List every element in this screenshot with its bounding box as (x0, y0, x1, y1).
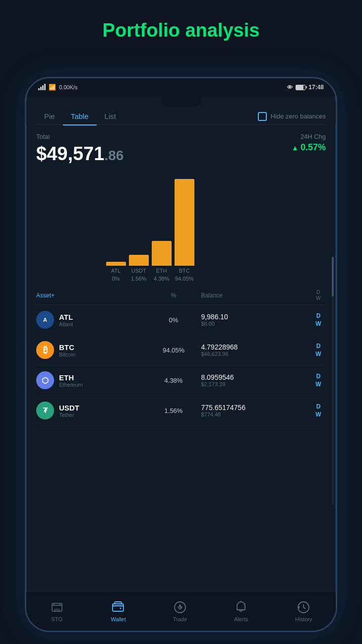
hide-zero-checkbox[interactable] (258, 112, 267, 121)
nav-label-history: History (295, 616, 312, 622)
alerts-icon (234, 600, 248, 614)
chg-label: 24H Chg (301, 133, 326, 140)
nav-item-alerts[interactable]: Alerts (234, 600, 248, 622)
bar-pct-atl: 0% (112, 276, 120, 282)
table-header: Asset+ % Balance DW (36, 287, 326, 305)
coin-icon-usdt: ₮ (36, 402, 54, 419)
withdraw-button-atl[interactable]: W (315, 320, 321, 327)
notch (161, 96, 201, 107)
nav-item-sto[interactable]: STO STO (50, 600, 64, 622)
bar-pct-btc: 94.05% (175, 276, 193, 282)
hide-zero-toggle[interactable]: Hide zero balances (258, 112, 326, 121)
withdraw-button-btc[interactable]: W (315, 351, 321, 357)
bar-pct-eth: 4.38% (154, 276, 169, 282)
chart-bar-btc: BTC 94.05% (175, 179, 194, 282)
eye-icon: 👁 (287, 84, 293, 90)
dw-buttons-eth: D W (311, 373, 326, 388)
table-row: ₮ USDT Tether 1.56% 775.65174756 $774.48… (36, 396, 326, 426)
dw-buttons-usdt: D W (311, 403, 326, 418)
bar-eth (152, 241, 172, 266)
coin-name-group-eth: ETH Ethereum (59, 373, 83, 388)
asset-pct-eth: 4.38% (146, 377, 201, 384)
coin-symbol-eth: ETH (59, 373, 83, 382)
tab-table[interactable]: Table (63, 108, 97, 124)
dw-buttons-atl: D W (311, 312, 326, 327)
balance-usd-usdt: $774.48 (201, 411, 311, 417)
dw-buttons-btc: D W (311, 343, 326, 357)
tab-pie[interactable]: Pie (36, 108, 63, 124)
coin-name-btc: Bitcoin (59, 351, 75, 357)
nav-label-trade: Trade (173, 616, 187, 622)
clock-time: 17:48 (308, 84, 324, 91)
asset-info-eth: ⬡ ETH Ethereum (36, 371, 146, 389)
scrollbar-thumb[interactable] (332, 257, 334, 296)
coin-symbol-btc: BTC (59, 343, 75, 351)
wallet-icon (112, 600, 125, 614)
deposit-button-btc[interactable]: D (316, 343, 321, 350)
coin-icon-atl: A (36, 311, 54, 329)
deposit-button-usdt[interactable]: D (316, 403, 321, 410)
network-speed: 0.00K/s (59, 84, 77, 90)
table-row: ⬡ ETH Ethereum 4.38% 8.0959546 $2,173.39… (36, 365, 326, 396)
history-icon (297, 600, 310, 614)
withdraw-button-usdt[interactable]: W (315, 411, 321, 418)
status-right: 👁 17:48 (287, 84, 324, 91)
total-row: Total 24H Chg (36, 133, 326, 140)
th-balance: Balance (201, 292, 311, 299)
tab-list[interactable]: List (97, 108, 124, 124)
nav-item-history[interactable]: History (295, 600, 312, 622)
bottom-nav: STO STO Wallet (26, 591, 336, 631)
asset-info-atl: A ATL Atlant (36, 311, 146, 329)
status-left: 📶 0.00K/s (38, 84, 77, 91)
coin-icon-btc: ₿ (36, 341, 54, 359)
chart-bar-eth: ETH 4.38% (152, 241, 172, 282)
asset-pct-btc: 94.05% (146, 347, 201, 354)
th-asset: Asset+ (36, 292, 146, 299)
coin-name-usdt: Tether (59, 412, 79, 418)
total-amount: $49,571.86 (36, 143, 123, 165)
coin-symbol-atl: ATL (59, 313, 73, 321)
bar-usdt (129, 255, 149, 266)
asset-balance-usdt: 775.65174756 $774.48 (201, 404, 311, 417)
chart-bar-usdt: USDT 1.56% (129, 255, 149, 282)
asset-info-btc: ₿ BTC Bitcoin (36, 341, 146, 359)
coin-name-atl: Atlant (59, 321, 73, 327)
nav-item-trade[interactable]: Trade (173, 600, 187, 622)
trade-icon (173, 600, 187, 614)
nav-label-alerts: Alerts (234, 616, 248, 622)
nav-item-wallet[interactable]: Wallet (111, 600, 126, 622)
withdraw-button-eth[interactable]: W (315, 381, 321, 388)
bar-label-atl: ATL (111, 268, 121, 274)
th-dw: DW (311, 290, 326, 301)
deposit-button-eth[interactable]: D (316, 373, 321, 380)
asset-balance-atl: 9,986.10 $0.00 (201, 313, 311, 327)
status-bar: 📶 0.00K/s 👁 17:48 (26, 78, 336, 96)
coin-name-group-btc: BTC Bitcoin (59, 343, 75, 357)
phone-frame: 📶 0.00K/s 👁 17:48 Pie Table List Hide ze… (25, 77, 337, 632)
table-row: ₿ BTC Bitcoin 94.05% 4.79228968 $46,623.… (36, 335, 326, 365)
wifi-icon: 📶 (49, 84, 56, 91)
nav-label-sto: STO (51, 616, 62, 622)
coin-name-eth: Ethereum (59, 382, 83, 388)
svg-text:STO: STO (54, 608, 60, 611)
asset-info-usdt: ₮ USDT Tether (36, 402, 146, 419)
total-label: Total (36, 133, 50, 140)
coin-symbol-usdt: USDT (59, 404, 79, 412)
signal-icon (38, 84, 46, 90)
balance-usd-btc: $46,623.98 (201, 351, 311, 357)
balance-usd-atl: $0.00 (201, 321, 311, 327)
th-pct: % (146, 292, 201, 299)
chg-arrow: ▲ (292, 144, 299, 152)
bar-atl (106, 262, 126, 266)
bar-label-eth: ETH (156, 268, 167, 274)
coin-name-group-usdt: USDT Tether (59, 404, 79, 418)
balance-amount-atl: 9,986.10 (201, 313, 311, 321)
page-title: Portfolio analysis (0, 20, 362, 41)
nav-label-wallet: Wallet (111, 616, 126, 622)
asset-table: Asset+ % Balance DW A ATL Atlant 0% (36, 287, 326, 426)
asset-pct-usdt: 1.56% (146, 407, 201, 414)
scrollbar-track[interactable] (332, 257, 334, 505)
bar-label-usdt: USDT (131, 268, 146, 274)
bar-label-btc: BTC (179, 268, 190, 274)
deposit-button-atl[interactable]: D (316, 312, 321, 319)
